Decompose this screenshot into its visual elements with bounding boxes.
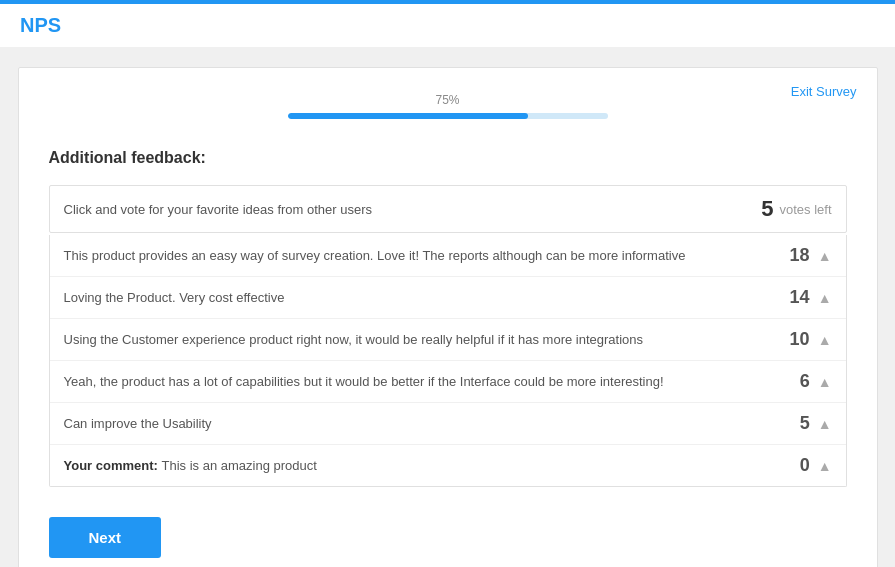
votes-count-area: 5 votes left bbox=[761, 196, 831, 222]
feedback-text: Can improve the Usability bbox=[64, 416, 772, 431]
vote-up-icon[interactable]: ▲ bbox=[818, 332, 832, 348]
votes-header: Click and vote for your favorite ideas f… bbox=[49, 185, 847, 233]
section-title: Additional feedback: bbox=[49, 149, 847, 167]
feedback-vote-area: 18▲ bbox=[772, 245, 832, 266]
feedback-text: Using the Customer experience product ri… bbox=[64, 332, 772, 347]
vote-up-icon[interactable]: ▲ bbox=[818, 290, 832, 306]
vote-number: 18 bbox=[790, 245, 810, 266]
list-item: This product provides an easy way of sur… bbox=[50, 235, 846, 277]
votes-left-label: votes left bbox=[779, 202, 831, 217]
vote-number: 10 bbox=[790, 329, 810, 350]
votes-instruction: Click and vote for your favorite ideas f… bbox=[64, 202, 373, 217]
vote-up-icon[interactable]: ▲ bbox=[818, 374, 832, 390]
app-title: NPS bbox=[20, 14, 61, 37]
list-item: Using the Customer experience product ri… bbox=[50, 319, 846, 361]
vote-number: 0 bbox=[800, 455, 810, 476]
feedback-text: Your comment: This is an amazing product bbox=[64, 458, 772, 473]
vote-number: 14 bbox=[790, 287, 810, 308]
votes-count: 5 bbox=[761, 196, 773, 222]
list-item: Loving the Product. Very cost effective1… bbox=[50, 277, 846, 319]
list-item: Yeah, the product has a lot of capabilit… bbox=[50, 361, 846, 403]
feedback-vote-area: 5▲ bbox=[772, 413, 832, 434]
top-bar: NPS bbox=[0, 0, 895, 47]
progress-section: 75% bbox=[49, 93, 847, 119]
main-container: Exit Survey 75% Additional feedback: Cli… bbox=[18, 67, 878, 567]
progress-label: 75% bbox=[435, 93, 459, 107]
feedback-vote-area: 14▲ bbox=[772, 287, 832, 308]
progress-bar-fill bbox=[288, 113, 528, 119]
list-item: Can improve the Usability5▲ bbox=[50, 403, 846, 445]
progress-bar-container bbox=[288, 113, 608, 119]
list-item: Your comment: This is an amazing product… bbox=[50, 445, 846, 486]
feedback-list: This product provides an easy way of sur… bbox=[49, 235, 847, 487]
feedback-text: Loving the Product. Very cost effective bbox=[64, 290, 772, 305]
vote-up-icon[interactable]: ▲ bbox=[818, 416, 832, 432]
vote-up-icon[interactable]: ▲ bbox=[818, 248, 832, 264]
vote-up-icon[interactable]: ▲ bbox=[818, 458, 832, 474]
exit-survey-link[interactable]: Exit Survey bbox=[791, 84, 857, 99]
feedback-text: Yeah, the product has a lot of capabilit… bbox=[64, 374, 772, 389]
feedback-text: This product provides an easy way of sur… bbox=[64, 248, 772, 263]
vote-number: 6 bbox=[800, 371, 810, 392]
feedback-vote-area: 6▲ bbox=[772, 371, 832, 392]
feedback-vote-area: 0▲ bbox=[772, 455, 832, 476]
next-button[interactable]: Next bbox=[49, 517, 162, 558]
vote-number: 5 bbox=[800, 413, 810, 434]
feedback-vote-area: 10▲ bbox=[772, 329, 832, 350]
